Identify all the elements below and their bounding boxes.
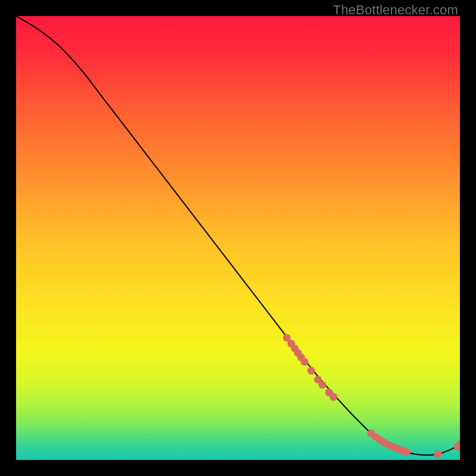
highlight-point (318, 381, 326, 389)
chart-stage: TheBottlenecker.com (0, 0, 476, 476)
highlight-point (330, 393, 337, 401)
highlight-points (283, 334, 460, 458)
highlight-point (434, 450, 441, 458)
highlight-point (403, 448, 411, 456)
highlight-point (308, 367, 315, 375)
bottleneck-curve (16, 16, 460, 455)
curve-layer (16, 16, 460, 460)
highlight-point (300, 358, 308, 366)
plot-area (16, 16, 460, 460)
